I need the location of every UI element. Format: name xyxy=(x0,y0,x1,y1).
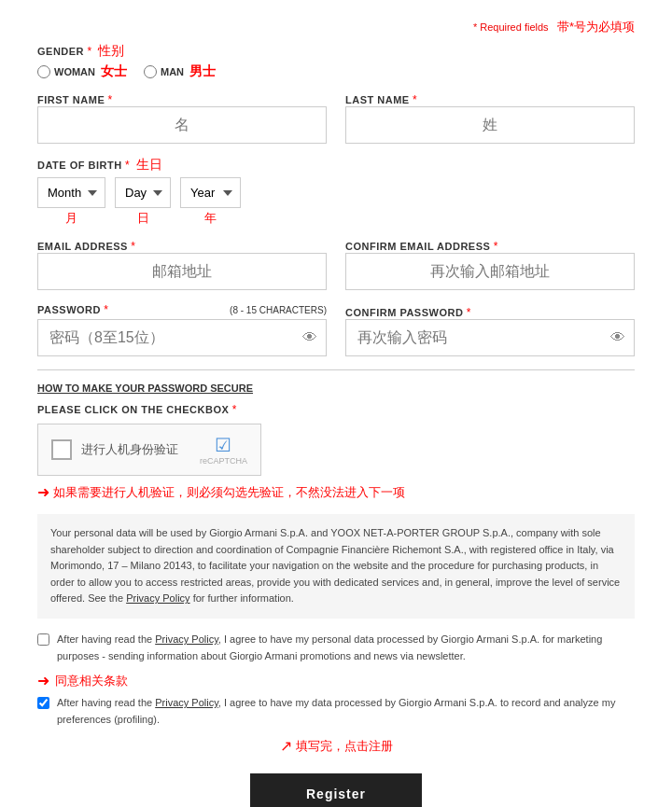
register-button[interactable]: Register xyxy=(250,773,422,807)
register-annotation: ↗ 填写完，点击注册 xyxy=(37,737,635,755)
captcha-checkbox[interactable] xyxy=(51,439,72,460)
password-eye-icon[interactable]: 👁 xyxy=(302,329,317,346)
dob-label: DATE OF BIRTH xyxy=(37,160,122,171)
last-name-label: LAST NAME xyxy=(345,94,410,105)
dob-month-cn: 月 xyxy=(65,210,77,227)
dob-year-select[interactable]: Year 2000199919981990 xyxy=(180,177,241,208)
gender-woman-radio[interactable] xyxy=(37,65,50,78)
captcha-annotation: ➜ 如果需要进行人机验证，则必须勾选先验证，不然没法进入下一项 xyxy=(37,483,635,501)
confirm-email-star: * xyxy=(494,240,498,253)
pw-secure-link[interactable]: HOW TO MAKE YOUR PASSWORD SECURE xyxy=(37,383,253,394)
agree-row-2: After having read the Privacy Policy, I … xyxy=(37,695,635,728)
gender-star: * xyxy=(87,45,91,58)
agree-checkbox-1[interactable] xyxy=(37,633,49,646)
password-star: * xyxy=(104,303,108,316)
confirm-password-label: CONFIRM PASSWORD xyxy=(345,307,463,318)
gender-man-radio[interactable] xyxy=(144,65,157,78)
email-input[interactable] xyxy=(37,253,327,290)
agree1-cn-label: 同意相关条款 xyxy=(55,673,128,689)
last-name-star: * xyxy=(413,93,417,106)
password-hint: (8 - 15 CHARACTERS) xyxy=(230,305,327,315)
agree1-arrow: ➜ xyxy=(37,672,49,689)
required-note: * Required fields xyxy=(473,21,549,33)
email-label: EMAIL ADDRESS xyxy=(37,241,128,252)
gender-man-option[interactable]: MAN 男士 xyxy=(144,63,216,80)
password-input[interactable] xyxy=(37,319,327,356)
password-label: PASSWORD xyxy=(37,304,101,315)
dob-star: * xyxy=(125,159,130,172)
privacy-box: Your personal data will be used by Giorg… xyxy=(37,514,635,619)
first-name-input[interactable] xyxy=(37,106,327,144)
confirm-password-eye-icon[interactable]: 👁 xyxy=(610,329,625,346)
gender-label-cn: 性别 xyxy=(98,43,124,58)
captcha-box: 进行人机身份验证 ☑ reCAPTCHA xyxy=(37,424,261,476)
dob-month-select[interactable]: Month 1234 5678 9101112 xyxy=(37,177,105,208)
first-name-label: FIRST NAME xyxy=(37,94,105,105)
recaptcha-label: reCAPTCHA xyxy=(200,456,247,466)
recaptcha-icon: ☑ xyxy=(215,434,231,456)
agree-row-1: After having read the Privacy Policy, I … xyxy=(37,632,635,664)
arrow-annotation-top: 带*号为必填项 xyxy=(557,20,635,34)
confirm-email-input[interactable] xyxy=(345,253,635,290)
first-name-star: * xyxy=(108,93,113,106)
gender-woman-option[interactable]: WOMAN 女士 xyxy=(37,63,127,80)
captcha-text: 进行人机身份验证 xyxy=(81,441,178,458)
confirm-password-star: * xyxy=(467,306,471,319)
email-star: * xyxy=(131,240,135,253)
agree2-privacy-link[interactable]: Privacy Policy xyxy=(155,697,218,708)
agree-checkbox-2[interactable] xyxy=(37,697,49,709)
gender-label: GENDER xyxy=(37,46,84,57)
dob-label-cn: 生日 xyxy=(136,157,162,172)
agree1-privacy-link[interactable]: Privacy Policy xyxy=(155,633,218,645)
captcha-label: PLEASE CLICK ON THE CHECKBOX xyxy=(37,404,229,415)
dob-year-cn: 年 xyxy=(204,210,217,227)
privacy-link-1[interactable]: Privacy Policy xyxy=(126,592,189,604)
captcha-star: * xyxy=(232,403,237,416)
dob-day-cn: 日 xyxy=(137,210,149,227)
dob-day-select[interactable]: Day 12345 678910 xyxy=(115,177,171,208)
confirm-email-label: CONFIRM EMAIL ADDRESS xyxy=(345,241,490,252)
last-name-input[interactable] xyxy=(345,106,635,144)
confirm-password-input[interactable] xyxy=(345,319,635,356)
